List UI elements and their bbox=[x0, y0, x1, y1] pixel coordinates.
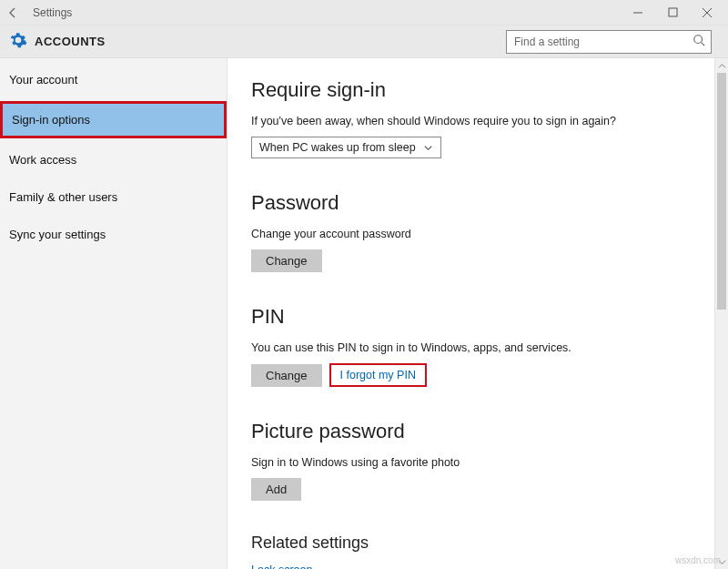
dropdown-value: When PC wakes up from sleep bbox=[259, 141, 416, 154]
sidebar-item-family-other-users[interactable]: Family & other users bbox=[0, 181, 227, 213]
sidebar-item-sign-in-options[interactable]: Sign-in options bbox=[0, 101, 227, 138]
close-button[interactable] bbox=[690, 0, 724, 25]
section-desc: If you've been away, when should Windows… bbox=[251, 115, 704, 127]
search-icon bbox=[693, 34, 705, 49]
picture-add-button[interactable]: Add bbox=[251, 478, 301, 501]
back-button[interactable] bbox=[5, 5, 20, 20]
section-title: Related settings bbox=[251, 533, 704, 553]
scroll-track[interactable] bbox=[715, 73, 728, 554]
section-desc: Sign in to Windows using a favorite phot… bbox=[251, 456, 704, 469]
pin-change-button[interactable]: Change bbox=[251, 364, 322, 387]
search-box[interactable] bbox=[506, 30, 712, 54]
category-title: ACCOUNTS bbox=[35, 35, 106, 48]
window-title: Settings bbox=[33, 6, 72, 19]
gear-icon bbox=[9, 31, 27, 52]
section-title: Require sign-in bbox=[251, 78, 704, 102]
section-desc: Change your account password bbox=[251, 228, 704, 240]
lock-screen-link[interactable]: Lock screen bbox=[251, 564, 704, 569]
maximize-button[interactable] bbox=[655, 0, 690, 25]
section-require-sign-in: Require sign-in If you've been away, whe… bbox=[251, 78, 704, 158]
section-pin: PIN You can use this PIN to sign in to W… bbox=[251, 305, 704, 387]
main-content: Require sign-in If you've been away, whe… bbox=[228, 58, 728, 569]
chevron-down-icon bbox=[423, 143, 433, 153]
section-title: Picture password bbox=[251, 420, 704, 443]
section-title: PIN bbox=[251, 305, 704, 329]
forgot-pin-link[interactable]: I forgot my PIN bbox=[329, 363, 427, 387]
sidebar-item-sync-settings[interactable]: Sync your settings bbox=[0, 218, 227, 250]
scroll-thumb[interactable] bbox=[717, 73, 726, 310]
sidebar-item-your-account[interactable]: Your account bbox=[0, 64, 227, 96]
scroll-up-arrow[interactable] bbox=[715, 58, 728, 73]
section-related-settings: Related settings Lock screen bbox=[251, 533, 704, 569]
section-password: Password Change your account password Ch… bbox=[251, 191, 704, 272]
vertical-scrollbar[interactable] bbox=[714, 58, 728, 569]
svg-point-4 bbox=[694, 36, 703, 44]
search-input[interactable] bbox=[514, 36, 693, 48]
watermark: wsxdn.com bbox=[675, 555, 721, 565]
minimize-button[interactable] bbox=[621, 0, 655, 25]
sidebar: Your account Sign-in options Work access… bbox=[0, 58, 228, 569]
password-change-button[interactable]: Change bbox=[251, 249, 322, 272]
section-picture-password: Picture password Sign in to Windows usin… bbox=[251, 420, 704, 501]
svg-rect-1 bbox=[669, 8, 677, 16]
titlebar: Settings bbox=[0, 0, 728, 25]
header: ACCOUNTS bbox=[0, 25, 728, 58]
require-signin-dropdown[interactable]: When PC wakes up from sleep bbox=[251, 137, 441, 158]
svg-line-5 bbox=[702, 43, 705, 46]
section-desc: You can use this PIN to sign in to Windo… bbox=[251, 341, 704, 354]
sidebar-item-work-access[interactable]: Work access bbox=[0, 144, 227, 176]
section-title: Password bbox=[251, 191, 704, 215]
